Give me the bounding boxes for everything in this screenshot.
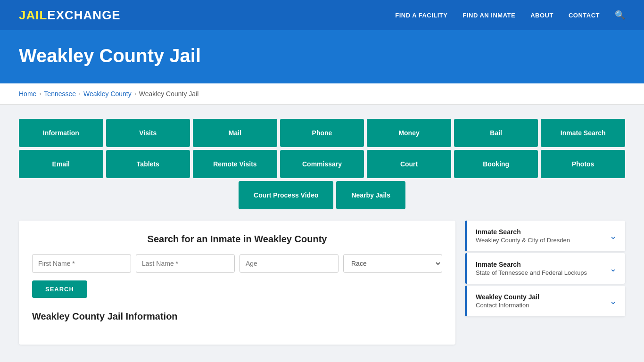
breadcrumb-sep-3: › <box>134 90 136 97</box>
breadcrumb: Home › Tennessee › Weakley County › Weak… <box>0 83 644 105</box>
breadcrumb-sep-2: › <box>79 90 81 97</box>
sidebar-card-subtitle-2: Contact Information <box>476 302 539 309</box>
breadcrumb-home[interactable]: Home <box>19 90 36 98</box>
content-layout: Search for an Inmate in Weakley County R… <box>19 221 625 345</box>
sidebar-card-header-1[interactable]: Inmate Search State of Tennessee and Fed… <box>465 253 625 284</box>
sidebar-card-2: Weakley County Jail Contact Information … <box>465 286 625 316</box>
nav-find-facility[interactable]: FIND A FACILITY <box>395 12 447 19</box>
sidebar-card-title-1: Inmate Search <box>476 261 587 268</box>
button-grid-row2: Email Tablets Remote Visits Commissary C… <box>19 150 625 178</box>
btn-visits[interactable]: Visits <box>106 119 190 147</box>
breadcrumb-tennessee[interactable]: Tennessee <box>44 90 76 98</box>
chevron-down-icon-0: ⌄ <box>610 231 617 241</box>
last-name-input[interactable] <box>136 254 235 273</box>
sidebar-card-subtitle-0: Weakley County & City of Dresden <box>476 237 570 244</box>
btn-phone[interactable]: Phone <box>280 119 364 147</box>
logo-jail: JAIL <box>19 8 47 22</box>
left-panel: Search for an Inmate in Weakley County R… <box>19 221 455 345</box>
btn-remote-visits[interactable]: Remote Visits <box>193 150 277 178</box>
logo-exchange: EXCHANGE <box>47 8 120 22</box>
main-nav: FIND A FACILITY FIND AN INMATE ABOUT CON… <box>395 10 625 20</box>
breadcrumb-sep-1: › <box>39 90 41 97</box>
breadcrumb-current: Weakley County Jail <box>139 90 199 98</box>
btn-nearby-jails[interactable]: Nearby Jails <box>336 181 405 209</box>
btn-bail[interactable]: Bail <box>454 119 538 147</box>
age-input[interactable] <box>239 254 339 273</box>
btn-information[interactable]: Information <box>19 119 103 147</box>
btn-court-process-video[interactable]: Court Process Video <box>239 181 333 209</box>
breadcrumb-weakley-county[interactable]: Weakley County <box>83 90 132 98</box>
btn-money[interactable]: Money <box>367 119 451 147</box>
inmate-search-button[interactable]: SEARCH <box>32 280 87 298</box>
btn-mail[interactable]: Mail <box>193 119 277 147</box>
right-panel: Inmate Search Weakley County & City of D… <box>465 221 625 345</box>
search-icon-button[interactable]: 🔍 <box>615 10 625 20</box>
btn-tablets[interactable]: Tablets <box>106 150 190 178</box>
btn-court[interactable]: Court <box>367 150 451 178</box>
chevron-down-icon-2: ⌄ <box>610 296 617 306</box>
btn-email[interactable]: Email <box>19 150 103 178</box>
btn-booking[interactable]: Booking <box>454 150 538 178</box>
sidebar-card-1: Inmate Search State of Tennessee and Fed… <box>465 253 625 284</box>
nav-contact[interactable]: CONTACT <box>569 12 600 19</box>
sidebar-card-header-2[interactable]: Weakley County Jail Contact Information … <box>465 286 625 316</box>
sidebar-card-title-0: Inmate Search <box>476 228 570 236</box>
sidebar-card-subtitle-1: State of Tennessee and Federal Lockups <box>476 269 587 276</box>
first-name-input[interactable] <box>32 254 131 273</box>
button-grid-row1: Information Visits Mail Phone Money Bail… <box>19 119 625 147</box>
button-grid-row3: Court Process Video Nearby Jails <box>19 181 625 209</box>
main-content: Information Visits Mail Phone Money Bail… <box>0 105 644 359</box>
nav-about[interactable]: ABOUT <box>530 12 553 19</box>
sidebar-card-0: Inmate Search Weakley County & City of D… <box>465 221 625 251</box>
btn-photos[interactable]: Photos <box>541 150 625 178</box>
page-title: Weakley County Jail <box>19 45 625 66</box>
nav-find-inmate[interactable]: FIND AN INMATE <box>462 12 515 19</box>
hero-banner: Weakley County Jail <box>0 30 644 83</box>
inmate-search-form: Race White Black Hispanic Asian Other <box>32 254 442 273</box>
info-section-title: Weakley County Jail Information <box>32 311 442 322</box>
sidebar-card-title-2: Weakley County Jail <box>476 293 539 301</box>
race-select[interactable]: Race White Black Hispanic Asian Other <box>343 254 442 273</box>
chevron-down-icon-1: ⌄ <box>610 263 617 274</box>
inmate-search-title: Search for an Inmate in Weakley County <box>32 234 442 245</box>
logo[interactable]: JAILEXCHANGE <box>19 8 121 23</box>
header: JAILEXCHANGE FIND A FACILITY FIND AN INM… <box>0 0 644 30</box>
sidebar-card-header-0[interactable]: Inmate Search Weakley County & City of D… <box>465 221 625 251</box>
btn-inmate-search[interactable]: Inmate Search <box>541 119 625 147</box>
btn-commissary[interactable]: Commissary <box>280 150 364 178</box>
